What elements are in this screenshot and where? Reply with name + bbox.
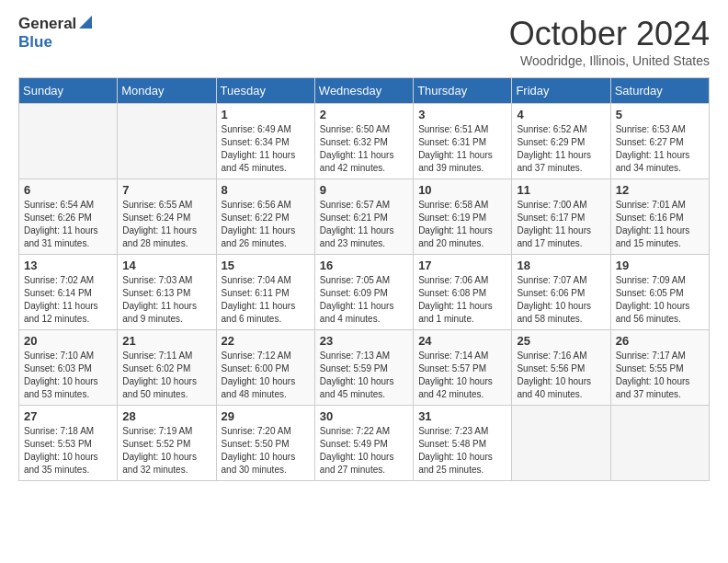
weekday-header-row: SundayMondayTuesdayWednesdayThursdayFrid… xyxy=(19,78,710,104)
calendar-cell: 7Sunrise: 6:55 AM Sunset: 6:24 PM Daylig… xyxy=(118,179,216,255)
calendar-cell: 24Sunrise: 7:14 AM Sunset: 5:57 PM Dayli… xyxy=(414,330,512,406)
day-number: 18 xyxy=(517,259,605,272)
day-info: Sunrise: 6:58 AM Sunset: 6:19 PM Dayligh… xyxy=(418,199,506,250)
day-number: 31 xyxy=(418,409,506,423)
day-number: 5 xyxy=(616,108,704,121)
calendar-week-row: 20Sunrise: 7:10 AM Sunset: 6:03 PM Dayli… xyxy=(19,330,710,406)
calendar-cell: 9Sunrise: 6:57 AM Sunset: 6:21 PM Daylig… xyxy=(314,179,413,255)
day-number: 13 xyxy=(24,259,112,272)
day-number: 22 xyxy=(222,334,310,348)
day-info: Sunrise: 7:17 AM Sunset: 5:55 PM Dayligh… xyxy=(616,350,704,401)
day-info: Sunrise: 6:52 AM Sunset: 6:29 PM Dayligh… xyxy=(517,123,605,175)
calendar-cell: 1Sunrise: 6:49 AM Sunset: 6:34 PM Daylig… xyxy=(216,104,314,179)
day-info: Sunrise: 7:02 AM Sunset: 6:14 PM Dayligh… xyxy=(24,274,112,326)
day-number: 7 xyxy=(122,183,210,197)
day-info: Sunrise: 6:49 AM Sunset: 6:34 PM Dayligh… xyxy=(222,123,310,175)
calendar-cell: 23Sunrise: 7:13 AM Sunset: 5:59 PM Dayli… xyxy=(314,330,413,406)
day-number: 20 xyxy=(24,334,112,348)
calendar-cell: 31Sunrise: 7:23 AM Sunset: 5:48 PM Dayli… xyxy=(414,406,512,481)
calendar-cell: 10Sunrise: 6:58 AM Sunset: 6:19 PM Dayli… xyxy=(414,179,512,255)
page-header: General Blue October 2024 Woodridge, Ill… xyxy=(18,15,710,68)
logo-blue: Blue xyxy=(18,33,52,51)
logo-text: General xyxy=(18,15,93,33)
day-info: Sunrise: 7:19 AM Sunset: 5:52 PM Dayligh… xyxy=(122,425,210,477)
day-info: Sunrise: 7:23 AM Sunset: 5:48 PM Dayligh… xyxy=(418,425,506,477)
calendar-cell: 27Sunrise: 7:18 AM Sunset: 5:53 PM Dayli… xyxy=(19,406,118,481)
calendar-cell xyxy=(610,406,709,481)
day-number: 8 xyxy=(222,183,310,197)
day-number: 1 xyxy=(222,108,310,121)
weekday-header: Monday xyxy=(118,78,216,104)
calendar-table: SundayMondayTuesdayWednesdayThursdayFrid… xyxy=(18,77,710,481)
day-info: Sunrise: 7:11 AM Sunset: 6:02 PM Dayligh… xyxy=(122,350,210,401)
day-info: Sunrise: 6:54 AM Sunset: 6:26 PM Dayligh… xyxy=(24,199,112,250)
calendar-cell: 8Sunrise: 6:56 AM Sunset: 6:22 PM Daylig… xyxy=(216,179,314,255)
calendar-cell: 20Sunrise: 7:10 AM Sunset: 6:03 PM Dayli… xyxy=(19,330,118,406)
day-number: 29 xyxy=(222,409,310,423)
calendar-cell: 14Sunrise: 7:03 AM Sunset: 6:13 PM Dayli… xyxy=(118,255,216,330)
day-number: 3 xyxy=(418,108,506,121)
weekday-header: Wednesday xyxy=(314,78,413,104)
weekday-header: Tuesday xyxy=(216,78,314,104)
calendar-cell xyxy=(118,104,216,179)
calendar-cell: 3Sunrise: 6:51 AM Sunset: 6:31 PM Daylig… xyxy=(414,104,512,179)
calendar-cell: 17Sunrise: 7:06 AM Sunset: 6:08 PM Dayli… xyxy=(414,255,512,330)
calendar-cell: 15Sunrise: 7:04 AM Sunset: 6:11 PM Dayli… xyxy=(216,255,314,330)
day-number: 6 xyxy=(24,183,112,197)
calendar-cell: 11Sunrise: 7:00 AM Sunset: 6:17 PM Dayli… xyxy=(512,179,610,255)
calendar-cell xyxy=(19,104,118,179)
month-title: October 2024 xyxy=(509,15,710,53)
title-block: October 2024 Woodridge, Illinois, United… xyxy=(509,15,710,68)
day-info: Sunrise: 6:57 AM Sunset: 6:21 PM Dayligh… xyxy=(320,199,408,250)
logo: General Blue xyxy=(18,15,93,52)
calendar-week-row: 27Sunrise: 7:18 AM Sunset: 5:53 PM Dayli… xyxy=(19,406,710,481)
calendar-cell: 29Sunrise: 7:20 AM Sunset: 5:50 PM Dayli… xyxy=(216,406,314,481)
svg-marker-0 xyxy=(79,16,92,29)
location-text: Woodridge, Illinois, United States xyxy=(509,53,710,68)
day-number: 10 xyxy=(418,183,506,197)
weekday-header: Saturday xyxy=(610,78,709,104)
calendar-cell: 18Sunrise: 7:07 AM Sunset: 6:06 PM Dayli… xyxy=(512,255,610,330)
day-info: Sunrise: 6:56 AM Sunset: 6:22 PM Dayligh… xyxy=(222,199,310,250)
day-number: 17 xyxy=(418,259,506,272)
day-info: Sunrise: 6:53 AM Sunset: 6:27 PM Dayligh… xyxy=(616,123,704,175)
weekday-header: Thursday xyxy=(414,78,512,104)
day-number: 30 xyxy=(320,409,408,423)
day-number: 19 xyxy=(616,259,704,272)
day-info: Sunrise: 7:12 AM Sunset: 6:00 PM Dayligh… xyxy=(222,350,310,401)
day-info: Sunrise: 7:09 AM Sunset: 6:05 PM Dayligh… xyxy=(616,274,704,326)
calendar-cell: 12Sunrise: 7:01 AM Sunset: 6:16 PM Dayli… xyxy=(610,179,709,255)
day-info: Sunrise: 7:04 AM Sunset: 6:11 PM Dayligh… xyxy=(222,274,310,326)
calendar-cell: 13Sunrise: 7:02 AM Sunset: 6:14 PM Dayli… xyxy=(19,255,118,330)
day-info: Sunrise: 7:10 AM Sunset: 6:03 PM Dayligh… xyxy=(24,350,112,401)
day-number: 23 xyxy=(320,334,408,348)
day-number: 26 xyxy=(616,334,704,348)
day-number: 28 xyxy=(122,409,210,423)
calendar-week-row: 6Sunrise: 6:54 AM Sunset: 6:26 PM Daylig… xyxy=(19,179,710,255)
calendar-cell: 6Sunrise: 6:54 AM Sunset: 6:26 PM Daylig… xyxy=(19,179,118,255)
day-number: 2 xyxy=(320,108,408,121)
day-number: 21 xyxy=(122,334,210,348)
logo-general: General xyxy=(18,15,76,33)
weekday-header: Friday xyxy=(512,78,610,104)
day-number: 25 xyxy=(517,334,605,348)
day-number: 11 xyxy=(517,183,605,197)
day-info: Sunrise: 7:18 AM Sunset: 5:53 PM Dayligh… xyxy=(24,425,112,477)
calendar-cell: 21Sunrise: 7:11 AM Sunset: 6:02 PM Dayli… xyxy=(118,330,216,406)
calendar-cell: 5Sunrise: 6:53 AM Sunset: 6:27 PM Daylig… xyxy=(610,104,709,179)
day-info: Sunrise: 7:03 AM Sunset: 6:13 PM Dayligh… xyxy=(122,274,210,326)
day-number: 15 xyxy=(222,259,310,272)
day-number: 27 xyxy=(24,409,112,423)
day-number: 16 xyxy=(320,259,408,272)
day-info: Sunrise: 7:06 AM Sunset: 6:08 PM Dayligh… xyxy=(418,274,506,326)
day-info: Sunrise: 6:50 AM Sunset: 6:32 PM Dayligh… xyxy=(320,123,408,175)
day-info: Sunrise: 6:51 AM Sunset: 6:31 PM Dayligh… xyxy=(418,123,506,175)
day-info: Sunrise: 7:13 AM Sunset: 5:59 PM Dayligh… xyxy=(320,350,408,401)
calendar-cell: 4Sunrise: 6:52 AM Sunset: 6:29 PM Daylig… xyxy=(512,104,610,179)
day-info: Sunrise: 7:00 AM Sunset: 6:17 PM Dayligh… xyxy=(517,199,605,250)
calendar-cell: 30Sunrise: 7:22 AM Sunset: 5:49 PM Dayli… xyxy=(314,406,413,481)
calendar-cell: 19Sunrise: 7:09 AM Sunset: 6:05 PM Dayli… xyxy=(610,255,709,330)
weekday-header: Sunday xyxy=(19,78,118,104)
day-number: 14 xyxy=(122,259,210,272)
calendar-cell: 2Sunrise: 6:50 AM Sunset: 6:32 PM Daylig… xyxy=(314,104,413,179)
